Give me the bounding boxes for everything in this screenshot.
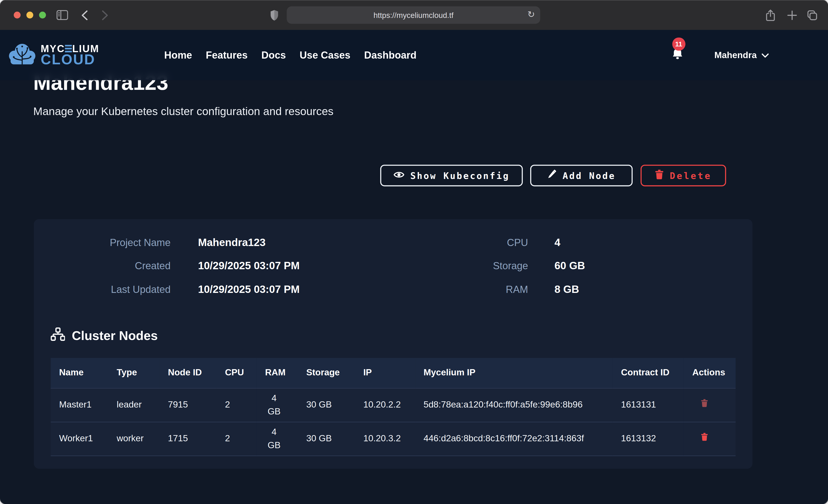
user-name: Mahendra xyxy=(714,50,757,60)
new-tab-icon[interactable] xyxy=(786,9,798,21)
privacy-shield-icon[interactable] xyxy=(270,9,279,21)
page-subtitle: Manage your Kubernetes cluster configura… xyxy=(33,105,333,118)
cell-type: leader xyxy=(108,388,160,422)
ram-value: 8 GB xyxy=(554,284,579,296)
last-updated-label: Last Updated xyxy=(53,284,170,296)
cell-type: worker xyxy=(108,422,160,456)
notification-badge: 11 xyxy=(672,37,685,50)
created-value: 10/29/2025 03:07 PM xyxy=(198,260,300,272)
col-mycelium-ip: Mycelium IP xyxy=(415,358,613,388)
cell-cpu: 2 xyxy=(216,388,257,422)
cell-contract-id: 1613131 xyxy=(613,388,684,422)
nav-link-features[interactable]: Features xyxy=(206,49,248,61)
col-name: Name xyxy=(51,358,108,388)
storage-label: Storage xyxy=(422,260,528,272)
forward-icon[interactable] xyxy=(101,10,109,21)
cell-name: Master1 xyxy=(51,388,108,422)
node-row-master1: Master1 leader 7915 2 4 GB 30 GB 10.20.2… xyxy=(51,388,736,422)
back-icon[interactable] xyxy=(81,10,88,21)
col-storage: Storage xyxy=(298,358,355,388)
cell-mycelium-ip: 5d8:78ea:a120:f40c:ff0f:a5fe:99e6:8b96 xyxy=(415,388,613,422)
cpu-label: CPU xyxy=(422,237,528,249)
col-ram: RAM xyxy=(257,358,298,388)
browser-window: https://myceliumcloud.tf ↻ Mahendra123 M… xyxy=(0,0,828,504)
nav-link-dashboard[interactable]: Dashboard xyxy=(364,49,416,61)
col-node-id: Node ID xyxy=(160,358,216,388)
last-updated-value: 10/29/2025 03:07 PM xyxy=(198,284,300,296)
show-kubeconfig-button[interactable]: Show Kubeconfig xyxy=(380,165,523,186)
tab-overview-icon[interactable] xyxy=(806,9,818,21)
storage-value: 60 GB xyxy=(554,260,585,272)
url-text: https://myceliumcloud.tf xyxy=(373,11,453,19)
show-kubeconfig-label: Show Kubeconfig xyxy=(410,170,509,181)
cell-node-id: 7915 xyxy=(160,388,216,422)
brand-bottom: CLOUD xyxy=(41,53,99,67)
user-menu[interactable]: Mahendra xyxy=(714,50,769,60)
cell-cpu: 2 xyxy=(216,422,257,456)
brand-logo[interactable]: MYCELIUM CLOUD xyxy=(7,41,99,69)
cell-ram: 4 GB xyxy=(257,388,298,422)
created-label: Created xyxy=(53,260,170,272)
mycelium-logo-icon xyxy=(7,41,37,69)
project-name-value: Mahendra123 xyxy=(198,237,266,249)
cell-actions xyxy=(684,422,736,456)
ram-label: RAM xyxy=(422,284,528,296)
add-node-button[interactable]: Add Node xyxy=(530,165,633,186)
cluster-hierarchy-icon xyxy=(51,327,65,344)
zoom-window-button[interactable] xyxy=(39,12,46,18)
delete-label: Delete xyxy=(670,170,712,181)
delete-node-button[interactable] xyxy=(701,398,708,409)
pencil-icon xyxy=(547,170,556,182)
brand-text: MYCELIUM CLOUD xyxy=(41,44,99,67)
trash-icon xyxy=(701,432,708,443)
nav-link-docs[interactable]: Docs xyxy=(261,49,286,61)
cell-storage: 30 GB xyxy=(298,422,355,456)
col-type: Type xyxy=(108,358,160,388)
cpu-value: 4 xyxy=(554,237,561,249)
notifications-button[interactable]: 11 xyxy=(671,48,684,63)
col-ip: IP xyxy=(355,358,415,388)
cluster-nodes-table: Name Type Node ID CPU RAM Storage IP Myc… xyxy=(51,358,736,456)
screen: https://myceliumcloud.tf ↻ Mahendra123 M… xyxy=(0,0,828,504)
close-window-button[interactable] xyxy=(14,12,21,18)
site-navbar: MYCELIUM CLOUD Home Features Docs Use Ca… xyxy=(0,30,828,80)
cell-ip: 10.20.2.2 xyxy=(355,388,415,422)
cluster-nodes-heading: Cluster Nodes xyxy=(51,327,158,344)
cell-actions xyxy=(684,388,736,422)
minimize-window-button[interactable] xyxy=(27,12,33,18)
cell-storage: 30 GB xyxy=(298,388,355,422)
project-card: Project Name Mahendra123 Created 10/29/2… xyxy=(34,219,752,469)
project-name-label: Project Name xyxy=(53,237,170,249)
cell-ip: 10.20.3.2 xyxy=(355,422,415,456)
col-contract-id: Contract ID xyxy=(613,358,684,388)
share-icon[interactable] xyxy=(765,9,776,22)
trash-icon xyxy=(701,398,708,409)
bell-icon xyxy=(671,53,684,62)
col-actions: Actions xyxy=(684,358,736,388)
nav-link-use-cases[interactable]: Use Cases xyxy=(300,49,350,61)
cell-contract-id: 1613132 xyxy=(613,422,684,456)
add-node-label: Add Node xyxy=(563,170,615,181)
cluster-nodes-title: Cluster Nodes xyxy=(72,328,158,343)
cell-node-id: 1715 xyxy=(160,422,216,456)
cell-name: Worker1 xyxy=(51,422,108,456)
delete-cluster-button[interactable]: Delete xyxy=(640,165,726,186)
window-controls xyxy=(14,12,46,18)
nav-link-home[interactable]: Home xyxy=(164,49,192,61)
cell-mycelium-ip: 446:d2a6:8bcd:8c16:ff0f:72e2:3114:863f xyxy=(415,422,613,456)
eye-icon xyxy=(394,170,405,181)
sidebar-toggle-icon[interactable] xyxy=(56,10,68,20)
url-bar[interactable]: https://myceliumcloud.tf ↻ xyxy=(287,6,540,24)
table-header-row: Name Type Node ID CPU RAM Storage IP Myc… xyxy=(51,358,736,388)
trash-icon xyxy=(655,170,664,182)
cell-ram: 4 GB xyxy=(257,422,298,456)
browser-chrome: https://myceliumcloud.tf ↻ xyxy=(0,0,828,30)
nav-links: Home Features Docs Use Cases Dashboard xyxy=(164,49,417,61)
col-cpu: CPU xyxy=(216,358,257,388)
delete-node-button[interactable] xyxy=(701,432,708,443)
chevron-down-icon xyxy=(761,50,769,60)
node-row-worker1: Worker1 worker 1715 2 4 GB 30 GB 10.20.3… xyxy=(51,422,736,456)
reload-icon[interactable]: ↻ xyxy=(527,8,535,21)
nav-right: 11 Mahendra xyxy=(671,48,769,63)
